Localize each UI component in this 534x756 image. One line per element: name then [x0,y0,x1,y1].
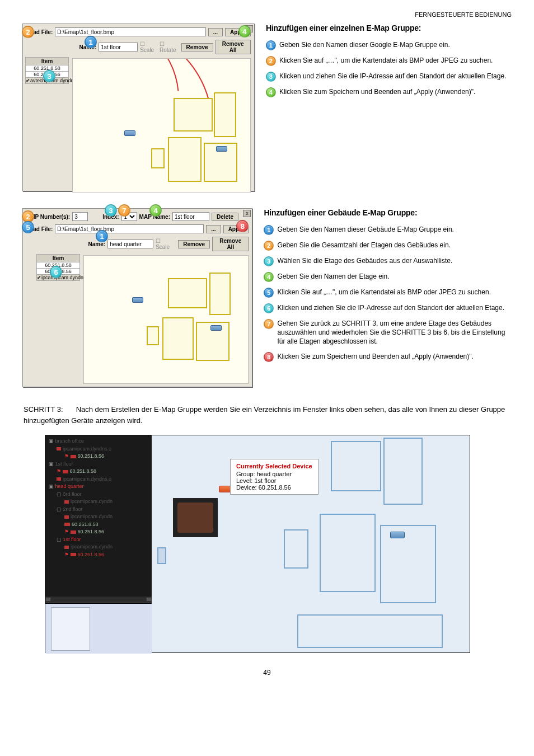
camera-icon[interactable] [216,146,227,152]
step-text: Gehen Sie zurück zu SCHRITT 3, um eine a… [277,319,512,346]
step-text: Klicken Sie auf „…", um die Kartendatei … [277,288,491,297]
callout-7: 7 [118,204,130,217]
step-text: Klicken und ziehen Sie die IP-Adresse au… [277,303,504,312]
removeall-button[interactable]: Remove All [216,40,251,54]
main-map-view[interactable]: Currently Selected Device Group: head qu… [152,435,470,652]
bmpnum-input[interactable] [72,212,88,221]
tooltip-level: Level: 1st floor [236,477,312,484]
step-text: Geben Sie den Namen der Etage ein. [277,272,389,281]
step3-paragraph: SCHRITT 3: Nach dem Erstellen der E-Map … [24,404,512,426]
step-badge-7: 7 [264,319,274,329]
building-thumbnail [45,603,152,654]
tree-scrollbar[interactable] [45,597,152,602]
step-text: Klicken Sie auf „…", um die Kartendatei … [279,56,493,65]
step3-body: Nach dem Erstellen der E-Map Gruppe werd… [24,405,505,425]
tooltip-group: Group: head quarter [236,471,312,477]
step-badge-4: 4 [266,87,276,97]
device-tree[interactable]: ▣ branch office ipcamipcam.dyndns.o ⚑ 60… [45,435,152,598]
callout-5: 5 [22,221,34,233]
page-number: 49 [22,669,512,677]
callout-4: 4 [238,25,251,37]
camera-icon[interactable] [210,325,222,331]
step-text: Geben Sie den Namen dieser Gebäude E-Map… [277,225,454,234]
name-input[interactable] [107,240,153,248]
callout-8: 8 [236,220,249,232]
floor-map[interactable] [83,255,249,384]
emap-viewer-window: – □ × ▣ branch office ipcamipcam.dyndns.… [45,435,470,653]
callout-2: 2 [22,26,34,38]
floor-map[interactable] [72,58,251,192]
section-title: Hinzufügen einer einzelnen E-Map Gruppe: [266,24,512,32]
step3-label: SCHRITT 3: [24,404,74,415]
step-badge-8: 8 [264,352,274,362]
scale-checkbox[interactable]: ☐ Scale [156,238,174,250]
rotate-checkbox[interactable]: ☐ Rotate [160,41,179,53]
camera-icon[interactable] [390,532,405,538]
step-text: Klicken Sie zum Speichern und Beenden au… [279,87,475,96]
section-building-emap: x 2 3 7 4 5 1 8 6 BMP Number(s): Index: … [22,208,512,387]
remove-button[interactable]: Remove [181,43,213,51]
dialog-building-emap: x 2 3 7 4 5 1 8 6 BMP Number(s): Index: … [22,208,252,387]
name-input[interactable] [99,43,138,51]
item-header: Item [25,57,69,65]
delete-button[interactable]: Delete [212,213,238,221]
mapname-input[interactable] [172,212,209,221]
live-preview-thumb [173,498,218,537]
loadfile-input[interactable] [55,224,204,233]
step-badge-6: 6 [264,303,274,313]
step-badge-3: 3 [266,72,276,82]
dialog-single-emap: x 2 1 4 3 Load File: ... Apply Name: ☐ S… [22,24,255,191]
section-single-emap: x 2 1 4 3 Load File: ... Apply Name: ☐ S… [22,24,512,191]
step-text: Klicken und ziehen Sie die IP-Adresse au… [279,72,507,81]
step-badge-2: 2 [266,56,276,66]
removeall-button[interactable]: Remove All [212,237,249,251]
callout-1: 1 [85,36,97,48]
page-header: FERNGESTEUERTE BEDIENUNG [22,11,512,18]
step-badge-3: 3 [264,256,274,266]
item-header: Item [36,254,80,262]
browse-button[interactable]: ... [206,225,221,233]
step-badge-2: 2 [264,241,274,251]
camera-icon[interactable] [124,130,135,136]
step-badge-4: 4 [264,272,274,282]
close-icon[interactable]: x [243,210,251,217]
step-text: Klicken Sie zum Speichern und Beenden au… [277,352,473,361]
scale-checkbox[interactable]: ☐ Scale [140,41,157,53]
loadfile-input[interactable] [55,27,206,36]
section-title: Hinzufügen einer Gebäude E-Map Gruppe: [264,208,512,217]
step-badge-5: 5 [264,288,274,298]
callout-6: 6 [50,266,62,278]
callout-3: 3 [43,70,55,82]
callout-1: 1 [96,230,108,242]
tooltip-device: Device: 60.251.8.56 [236,484,312,491]
camera-icon[interactable] [132,297,143,303]
step-text: Wählen Sie die Etage des Gebäudes aus de… [277,256,452,265]
tooltip-selected-device: Currently Selected Device Group: head qu… [230,459,318,495]
callout-4: 4 [149,204,162,217]
tooltip-title: Currently Selected Device [236,463,312,469]
step-text: Geben Sie die Gesamtzahl der Etagen des … [277,241,451,250]
browse-button[interactable]: ... [208,28,223,36]
remove-button[interactable]: Remove [178,240,210,248]
step-badge-1: 1 [264,225,274,235]
step-badge-1: 1 [266,40,276,50]
step-text: Geben Sie den Namen dieser Google E-Map … [279,40,450,49]
callout-3: 3 [105,204,117,217]
